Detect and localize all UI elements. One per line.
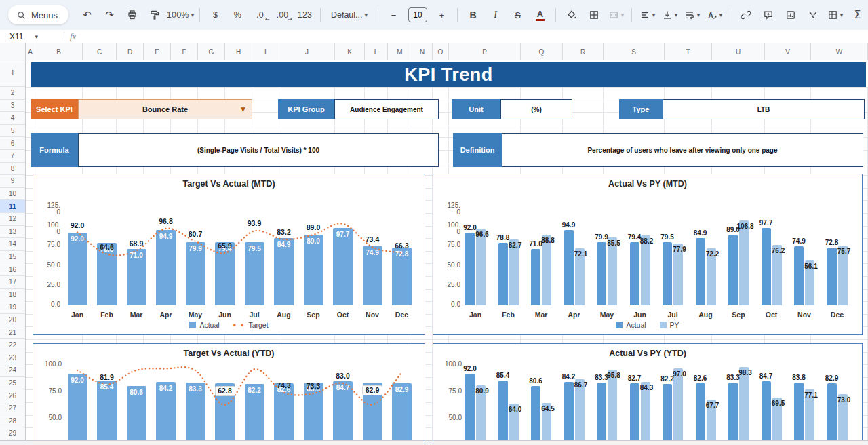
column-header-D[interactable]: D — [117, 43, 144, 60]
increase-decimal-button[interactable]: .00→ — [272, 5, 293, 24]
row-header-1[interactable]: 1 — [0, 60, 25, 87]
row-header-2[interactable]: 2 — [0, 87, 25, 100]
bar-label: 97.7 — [329, 231, 357, 238]
insert-link-button[interactable] — [735, 5, 756, 24]
row-header-7[interactable]: 7 — [0, 150, 25, 163]
row-header-9[interactable]: 9 — [0, 175, 25, 188]
vertical-align-button[interactable]: ▾ — [659, 5, 680, 24]
name-box[interactable]: X11 ▾ — [0, 32, 58, 41]
row-header-28[interactable]: 28 — [0, 414, 25, 427]
column-header-J[interactable]: J — [279, 43, 335, 60]
row-header-11[interactable]: 11 — [0, 200, 25, 213]
fill-color-button[interactable] — [561, 5, 582, 24]
font-select[interactable]: Defaul...▾ — [326, 5, 373, 24]
sheet-grid[interactable]: 1234567891011121314151617181920212223242… — [0, 60, 868, 440]
row-header-27[interactable]: 27 — [0, 402, 25, 415]
create-filter-button[interactable] — [802, 5, 823, 24]
unit-value: (%) — [500, 99, 572, 119]
column-header-I[interactable]: I — [252, 43, 279, 60]
bar-mar-actual — [531, 386, 540, 440]
strikethrough-button[interactable]: S — [507, 5, 528, 24]
column-header-L[interactable]: L — [365, 43, 388, 60]
column-header-C[interactable]: C — [83, 43, 117, 60]
x-axis-label: Sep — [725, 311, 752, 319]
bold-button[interactable]: B — [462, 5, 484, 24]
row-header-3[interactable]: 3 — [0, 100, 25, 113]
row-header-4[interactable]: 4 — [0, 112, 25, 125]
row-header-22[interactable]: 22 — [0, 339, 25, 352]
row-header-16[interactable]: 16 — [0, 263, 25, 276]
redo-button[interactable]: ↷ — [99, 5, 120, 24]
print-button[interactable] — [121, 5, 142, 24]
text-color-button[interactable]: A — [530, 5, 551, 24]
insert-chart-button[interactable] — [780, 5, 801, 24]
column-header-N[interactable]: N — [412, 43, 433, 60]
menus-search-button[interactable]: Menus — [8, 5, 68, 24]
column-header-W[interactable]: W — [811, 43, 868, 60]
column-header-A[interactable]: A — [26, 43, 35, 60]
merge-cells-button[interactable]: ▾ — [606, 5, 627, 24]
row-header-24[interactable]: 24 — [0, 364, 25, 377]
horizontal-align-button[interactable]: ▾ — [637, 5, 658, 24]
chart-actual-vs-py-mtd[interactable]: Actual Vs PY (MTD)125.0100.075.050.025.0… — [433, 174, 863, 335]
decrease-decimal-button[interactable]: .0← — [250, 5, 271, 24]
row-header-5[interactable]: 5 — [0, 125, 25, 138]
chart-target-vs-actual-mtd[interactable]: Target Vs Actual (MTD)125.0100.075.050.0… — [33, 174, 425, 335]
column-header-P[interactable]: P — [449, 43, 521, 60]
undo-icon: ↶ — [83, 9, 92, 21]
row-header-29[interactable]: 29 — [0, 427, 25, 440]
row-header-19[interactable]: 19 — [0, 301, 25, 314]
row-header-6[interactable]: 6 — [0, 137, 25, 150]
zoom-select[interactable]: 100%▾ — [166, 5, 195, 24]
row-header-20[interactable]: 20 — [0, 314, 25, 327]
text-rotation-button[interactable]: A ▾ — [704, 5, 725, 24]
row-header-23[interactable]: 23 — [0, 351, 25, 364]
text-wrap-button[interactable]: ▾ — [682, 5, 703, 24]
undo-button[interactable]: ↶ — [77, 5, 98, 24]
column-header-G[interactable]: G — [198, 43, 225, 60]
borders-button[interactable] — [583, 5, 604, 24]
column-header-B[interactable]: B — [35, 43, 83, 60]
column-header-T[interactable]: T — [665, 43, 712, 60]
functions-button[interactable]: Σ — [847, 5, 868, 24]
column-header-U[interactable]: U — [712, 43, 765, 60]
chart-actual-vs-py-ytd[interactable]: Actual Vs PY (YTD)100.075.050.025.00.092… — [433, 343, 863, 440]
insert-comment-button[interactable] — [757, 5, 778, 24]
row-header-26[interactable]: 26 — [0, 389, 25, 402]
table-views-button[interactable]: ▾ — [825, 5, 846, 24]
column-header-R[interactable]: R — [563, 43, 604, 60]
column-header-Q[interactable]: Q — [521, 43, 563, 60]
column-header-K[interactable]: K — [335, 43, 365, 60]
row-header-13[interactable]: 13 — [0, 226, 25, 239]
row-header-15[interactable]: 15 — [0, 251, 25, 264]
row-header-25[interactable]: 25 — [0, 377, 25, 390]
row-header-17[interactable]: 17 — [0, 276, 25, 289]
column-header-S[interactable]: S — [604, 43, 665, 60]
column-header-O[interactable]: O — [433, 43, 449, 60]
row-header-10[interactable]: 10 — [0, 188, 25, 201]
select-all-corner[interactable] — [0, 43, 26, 60]
italic-button[interactable]: I — [485, 5, 506, 24]
percent-format-button[interactable]: % — [227, 5, 248, 24]
column-header-H[interactable]: H — [225, 43, 252, 60]
chart-target-vs-actual-ytd[interactable]: Target Vs Actual (YTD)100.075.050.025.00… — [33, 343, 425, 440]
vertical-align-icon — [662, 9, 673, 20]
decrease-font-size-button[interactable]: − — [383, 5, 404, 24]
more-formats-button[interactable]: 123 — [294, 5, 315, 24]
column-header-M[interactable]: M — [388, 43, 412, 60]
currency-format-button[interactable]: $ — [205, 5, 226, 24]
row-header-18[interactable]: 18 — [0, 289, 25, 302]
paint-format-button[interactable] — [144, 5, 165, 24]
row-header-12[interactable]: 12 — [0, 213, 25, 226]
increase-font-size-button[interactable]: + — [431, 5, 452, 24]
bar-label: 74.9 — [358, 249, 387, 256]
row-header-21[interactable]: 21 — [0, 326, 25, 339]
column-header-F[interactable]: F — [171, 43, 198, 60]
column-header-E[interactable]: E — [144, 43, 171, 60]
bar-jun-py — [641, 235, 650, 305]
column-header-V[interactable]: V — [765, 43, 811, 60]
font-size-input[interactable]: 10 — [408, 7, 427, 22]
row-header-8[interactable]: 8 — [0, 163, 25, 176]
row-header-14[interactable]: 14 — [0, 238, 25, 251]
select-kpi-dropdown[interactable]: Bounce Rate ▼ — [78, 99, 252, 119]
